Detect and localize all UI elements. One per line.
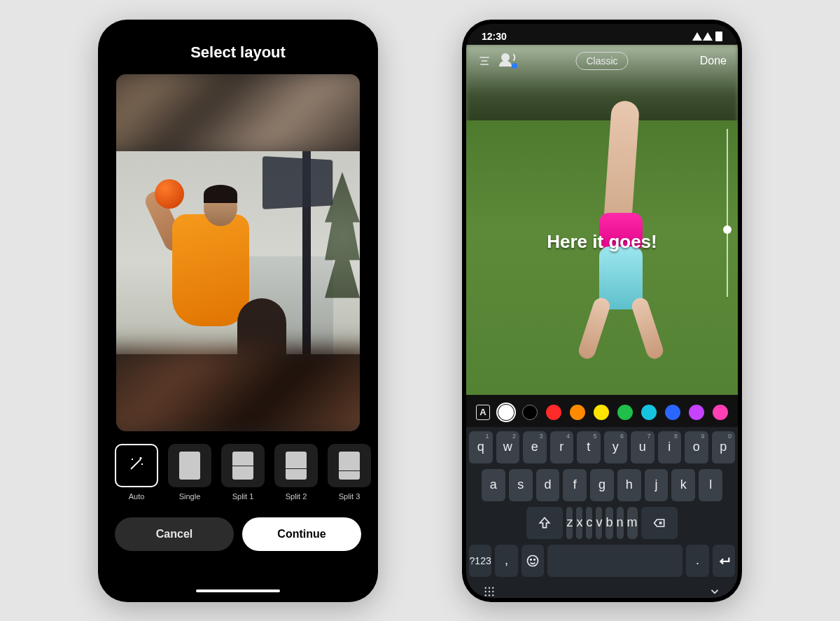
text-size-slider-thumb[interactable] bbox=[723, 225, 732, 234]
key-j[interactable]: j bbox=[645, 469, 668, 501]
battery-icon bbox=[715, 32, 722, 41]
key-m[interactable]: m bbox=[627, 507, 638, 539]
emoji-key[interactable] bbox=[522, 545, 544, 577]
voice-icon[interactable] bbox=[501, 53, 517, 69]
key-n[interactable]: n bbox=[617, 507, 624, 539]
svg-point-7 bbox=[489, 590, 490, 592]
key-f[interactable]: f bbox=[563, 469, 587, 501]
key-b[interactable]: b bbox=[606, 507, 612, 539]
color-swatch-6[interactable] bbox=[641, 405, 657, 420]
status-time: 12:30 bbox=[482, 31, 507, 42]
keyboard-grid-icon[interactable] bbox=[483, 585, 496, 598]
text-size-slider-track[interactable] bbox=[727, 129, 728, 297]
key-w[interactable]: w2 bbox=[496, 431, 520, 463]
video-preview[interactable]: Classic Done Here it goes! bbox=[466, 45, 738, 395]
preview-blur-top bbox=[116, 74, 360, 157]
phone-left: Select layout bbox=[98, 20, 378, 602]
keyboard-collapse-icon[interactable] bbox=[708, 585, 721, 598]
key-l[interactable]: l bbox=[699, 469, 722, 501]
shift-key[interactable] bbox=[526, 507, 563, 539]
svg-point-3 bbox=[485, 587, 486, 588]
key-g[interactable]: g bbox=[590, 469, 614, 501]
color-swatch-9[interactable] bbox=[713, 405, 728, 420]
wand-icon bbox=[128, 455, 145, 476]
svg-point-10 bbox=[489, 594, 490, 596]
key-h[interactable]: h bbox=[617, 469, 641, 501]
continue-button[interactable]: Continue bbox=[242, 517, 361, 551]
status-bar: 12:30 bbox=[466, 24, 738, 43]
preview-blur-bottom bbox=[116, 348, 360, 431]
color-swatch-1[interactable] bbox=[522, 405, 538, 420]
color-swatch-8[interactable] bbox=[689, 405, 704, 420]
key-y[interactable]: y6 bbox=[604, 431, 628, 463]
backspace-key[interactable] bbox=[641, 507, 678, 539]
cancel-button[interactable]: Cancel bbox=[115, 517, 234, 551]
align-icon[interactable] bbox=[477, 54, 491, 68]
svg-point-4 bbox=[489, 587, 490, 588]
key-d[interactable]: d bbox=[536, 469, 560, 501]
svg-point-0 bbox=[527, 555, 538, 566]
key-p[interactable]: p0 bbox=[712, 431, 736, 463]
key-c[interactable]: c bbox=[586, 507, 592, 539]
color-swatch-4[interactable] bbox=[594, 405, 609, 420]
numeric-key[interactable]: ?123 bbox=[469, 545, 491, 577]
key-q[interactable]: q1 bbox=[469, 431, 493, 463]
status-icons bbox=[692, 32, 722, 41]
layout-option-split3[interactable]: Split 3 bbox=[326, 444, 372, 501]
key-a[interactable]: a bbox=[482, 469, 505, 501]
layout-option-split2[interactable]: Split 2 bbox=[273, 444, 319, 501]
key-k[interactable]: k bbox=[671, 469, 695, 501]
key-u[interactable]: u7 bbox=[631, 431, 654, 463]
key-x[interactable]: x bbox=[576, 507, 582, 539]
text-overlay[interactable]: Here it goes! bbox=[466, 231, 738, 253]
comma-key[interactable]: , bbox=[495, 545, 517, 577]
svg-point-1 bbox=[530, 559, 531, 560]
svg-point-5 bbox=[492, 587, 493, 588]
layout-preview bbox=[116, 74, 360, 431]
color-swatch-7[interactable] bbox=[665, 405, 680, 420]
color-swatch-2[interactable] bbox=[546, 405, 561, 420]
text-style-pill[interactable]: Classic bbox=[575, 52, 628, 70]
color-swatch-5[interactable] bbox=[617, 405, 633, 420]
page-title: Select layout bbox=[102, 24, 374, 74]
color-row: A bbox=[466, 396, 738, 428]
preview-media bbox=[116, 151, 360, 354]
layout-option-auto[interactable]: Auto bbox=[113, 444, 160, 501]
done-button[interactable]: Done bbox=[700, 55, 727, 67]
keyboard: q1w2e3r4t5y6u7i8o9p0 asdfghjkl zxcvbnm ?… bbox=[466, 427, 738, 598]
key-e[interactable]: e3 bbox=[523, 431, 547, 463]
signal-icon bbox=[703, 32, 713, 41]
layout-option-single[interactable]: Single bbox=[167, 444, 213, 501]
layout-option-split1[interactable]: Split 1 bbox=[220, 444, 266, 501]
svg-point-11 bbox=[492, 594, 493, 596]
color-swatch-3[interactable] bbox=[570, 405, 585, 420]
svg-point-9 bbox=[485, 594, 486, 596]
svg-point-8 bbox=[492, 590, 493, 592]
home-indicator[interactable] bbox=[196, 589, 280, 592]
layout-options: Auto Single Split 1 Split 2 Split 3 bbox=[102, 431, 374, 503]
key-t[interactable]: t5 bbox=[577, 431, 601, 463]
color-swatch-0[interactable] bbox=[498, 405, 514, 420]
svg-point-6 bbox=[485, 590, 486, 592]
key-s[interactable]: s bbox=[509, 469, 533, 501]
space-key[interactable] bbox=[547, 545, 683, 577]
key-o[interactable]: o9 bbox=[685, 431, 708, 463]
key-r[interactable]: r4 bbox=[550, 431, 574, 463]
period-key[interactable]: . bbox=[686, 545, 708, 577]
svg-point-2 bbox=[533, 559, 535, 560]
key-z[interactable]: z bbox=[566, 507, 573, 539]
key-v[interactable]: v bbox=[596, 507, 602, 539]
enter-key[interactable] bbox=[713, 545, 735, 577]
phone-right: 12:30 bbox=[462, 20, 742, 602]
text-background-toggle[interactable]: A bbox=[476, 405, 490, 420]
wifi-icon bbox=[692, 32, 702, 41]
key-i[interactable]: i8 bbox=[658, 431, 682, 463]
